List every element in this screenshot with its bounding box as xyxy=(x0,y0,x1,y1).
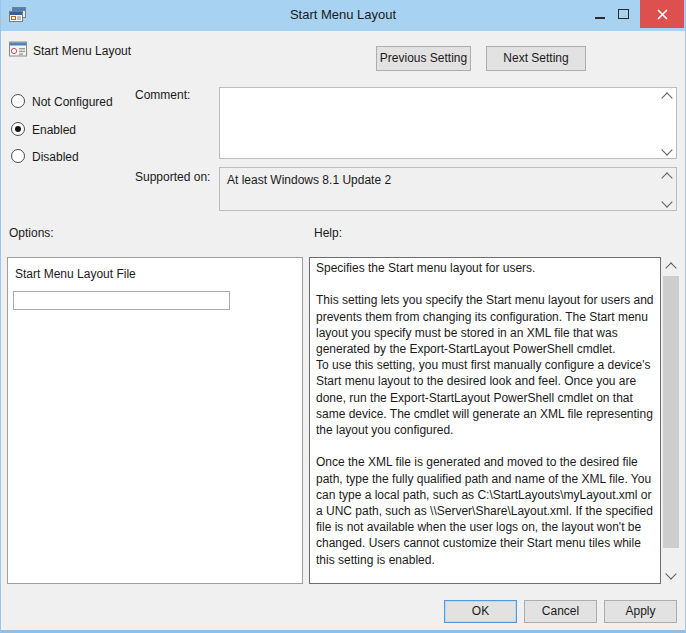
maximize-icon xyxy=(618,9,629,19)
minimize-button[interactable] xyxy=(589,0,611,28)
maximize-button[interactable] xyxy=(611,0,635,28)
comment-label: Comment: xyxy=(135,88,190,102)
radio-circle[interactable] xyxy=(11,122,25,136)
title-bar[interactable]: Start Menu Layout xyxy=(1,0,685,31)
layout-file-input[interactable] xyxy=(13,291,230,310)
setting-title: Start Menu Layout xyxy=(33,44,131,58)
options-section-label: Options: xyxy=(9,226,54,240)
window-title: Start Menu Layout xyxy=(1,7,685,22)
dialog-window: Start Menu Layout Start Menu Layout Prev… xyxy=(0,0,686,633)
radio-circle[interactable] xyxy=(11,149,25,163)
options-panel: Start Menu Layout File xyxy=(7,257,303,584)
scroll-down-icon xyxy=(665,568,676,579)
help-section-label: Help: xyxy=(314,226,342,240)
next-setting-button[interactable]: Next Setting xyxy=(486,46,586,71)
ok-button[interactable]: OK xyxy=(444,600,517,623)
close-button[interactable] xyxy=(640,0,684,28)
apply-button[interactable]: Apply xyxy=(604,600,677,623)
scroll-down-icon[interactable] xyxy=(661,196,672,207)
radio-circle[interactable] xyxy=(11,94,25,108)
scrollbar-thumb[interactable] xyxy=(663,276,679,548)
help-text[interactable]: Specifies the Start menu layout for user… xyxy=(310,258,660,583)
scroll-up-icon[interactable] xyxy=(661,92,672,103)
cancel-button[interactable]: Cancel xyxy=(524,600,597,623)
layout-file-label: Start Menu Layout File xyxy=(15,267,136,281)
scrollbar-up-button[interactable] xyxy=(662,257,680,274)
help-scrollbar[interactable] xyxy=(662,257,680,584)
supported-on-value: At least Windows 8.1 Update 2 xyxy=(227,173,391,187)
minimize-icon xyxy=(595,17,605,19)
supported-on-label: Supported on: xyxy=(135,170,210,184)
comment-textarea[interactable] xyxy=(219,87,677,159)
scroll-up-icon xyxy=(665,262,676,273)
previous-setting-button[interactable]: Previous Setting xyxy=(376,46,471,71)
radio-label: Disabled xyxy=(32,150,79,164)
policy-setting-icon xyxy=(9,41,27,57)
scroll-down-icon[interactable] xyxy=(661,144,672,155)
help-panel[interactable]: Specifies the Start menu layout for user… xyxy=(309,257,661,584)
radio-label: Enabled xyxy=(32,123,76,137)
scrollbar-down-button[interactable] xyxy=(662,567,680,584)
radio-label: Not Configured xyxy=(32,95,113,109)
supported-on-box: At least Windows 8.1 Update 2 xyxy=(219,167,677,211)
scroll-up-icon[interactable] xyxy=(661,172,672,183)
close-icon xyxy=(657,9,668,20)
